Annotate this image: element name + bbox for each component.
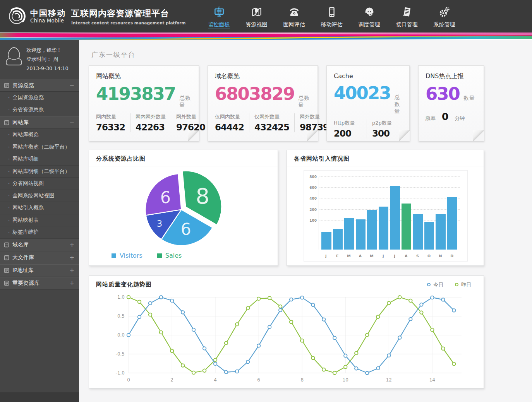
y-tick-label: 0.0 xyxy=(117,332,125,338)
legend-item-昨日[interactable]: 昨日 xyxy=(455,281,471,288)
data-point xyxy=(290,298,293,301)
x-tick-label: 2 xyxy=(170,377,173,383)
sidebar-item[interactable]: ·分省资源总览 xyxy=(0,104,79,116)
data-point xyxy=(376,315,379,318)
main-nav: 监控面板资源视图固网评估移动评估调度管理接口管理系统管理 xyxy=(200,4,463,29)
collapse-icon: − xyxy=(69,119,74,126)
legend-item-今日[interactable]: 今日 xyxy=(427,281,443,288)
stat-card-domain: 域名概览 6803829 总数量 仅网内数量 64442 仅网外数量 43242… xyxy=(208,65,318,141)
sidebar-item[interactable]: ·标签库维护 xyxy=(0,226,79,239)
data-point xyxy=(149,313,152,316)
sidebar-item-label: 网站库明细 xyxy=(12,156,39,163)
data-point xyxy=(138,315,141,318)
bullet: · xyxy=(8,217,10,223)
nav-item-system[interactable]: 系统管理 xyxy=(426,4,463,29)
data-point xyxy=(246,360,249,363)
nav-item-interface[interactable]: 接口管理 xyxy=(388,4,426,29)
nav-item-dashboard[interactable]: 监控面板 xyxy=(200,4,238,29)
sidebar-item-label: 网站库明细（二级平台） xyxy=(12,168,70,175)
dns-frequency-row: 频率 0 分钟 xyxy=(426,111,477,122)
pie-chart-panel: 分系统资源占比图 8636 VisitorsSales xyxy=(89,150,278,266)
sidebar-section-bigfile-library[interactable]: 大文件库+ xyxy=(0,251,79,264)
sidebar-section-ip-library[interactable]: IP地址库+ xyxy=(0,264,79,277)
sidebar: 欢迎您，魏华！ 登录时间： 周三 2013-9-30 14:10 资源总览−·全… xyxy=(0,40,79,402)
doc-icon xyxy=(4,242,9,248)
sidebar-section-domain-library[interactable]: 域名库+ xyxy=(0,239,79,251)
x-tick-label: 4 xyxy=(214,377,217,383)
legend-item-visitors[interactable]: Visitors xyxy=(112,252,142,259)
bar-F-1 xyxy=(333,229,343,250)
sidebar-item[interactable]: ·分省网站视图 xyxy=(0,178,79,190)
x-tick-label: J xyxy=(390,254,400,258)
folded-corner xyxy=(188,130,199,141)
app-header: 中国移动 China Mobile 互联网内容资源管理平台 Internet c… xyxy=(0,0,532,33)
stat-intranet: 网内数量 76332 xyxy=(96,113,130,132)
panel-title: 网站质量变化趋势图 xyxy=(96,281,152,288)
data-point xyxy=(376,367,379,370)
sidebar-item[interactable]: ·网站引入概览 xyxy=(0,202,79,214)
pie-slice-value: 6 xyxy=(160,188,170,207)
bar-J-5 xyxy=(379,207,389,250)
card-total-label: 总数量 xyxy=(179,95,192,109)
x-tick-label: 14 xyxy=(429,377,435,383)
collapse-icon: − xyxy=(69,82,74,89)
bullet: · xyxy=(8,156,10,162)
sidebar-item[interactable]: ·网站库概览（二级平台） xyxy=(0,141,79,154)
pie-chart: 8636 xyxy=(89,166,278,254)
nav-item-resource-view[interactable]: 资源视图 xyxy=(238,4,275,29)
sidebar-item[interactable]: ·全网系统网站视图 xyxy=(0,190,79,202)
x-tick-label: M xyxy=(344,254,354,258)
bar-chart-panel: 各省网站引入情况图 800600400200100JFMAMJJASOND xyxy=(287,150,484,266)
bar-plot: 800600400200100 xyxy=(319,177,460,250)
sidebar-item[interactable]: ·网站库明细（二级平台） xyxy=(0,166,79,178)
data-point xyxy=(181,364,184,367)
sidebar-item[interactable]: ·全国资源总览 xyxy=(0,92,79,104)
legend-item-sales[interactable]: Sales xyxy=(157,252,182,259)
data-point xyxy=(311,356,314,359)
data-point xyxy=(192,328,195,331)
nav-item-dispatch[interactable]: 调度管理 xyxy=(350,4,388,29)
x-tick-label: A xyxy=(401,254,411,258)
product-subtitle: Internet content resources management pl… xyxy=(71,21,185,25)
folded-corner xyxy=(307,130,318,141)
stat-extranet: 网外数量 97620 xyxy=(176,113,205,132)
y-tick-label: 400 xyxy=(306,197,317,200)
data-point xyxy=(344,365,347,368)
nav-item-mobile-eval[interactable]: 移动评估 xyxy=(313,4,350,29)
sidebar-item-label: 标签库维护 xyxy=(12,229,39,236)
brand-name-en: China Mobile xyxy=(30,18,66,24)
data-point xyxy=(420,303,423,306)
sidebar-item-label: 网站库概览 xyxy=(12,131,39,138)
data-point xyxy=(322,368,325,371)
avatar-icon xyxy=(5,46,23,66)
sidebar-item-label: 网站库概览（二级平台） xyxy=(12,144,70,151)
trend-chart-panel: 网站质量变化趋势图 今日昨日 024681012141.00.50.0-0.5-… xyxy=(89,275,484,388)
brand: 中国移动 China Mobile xyxy=(6,6,66,27)
card-total-value: 6803829 xyxy=(215,84,294,104)
data-point xyxy=(257,344,260,347)
sidebar-item[interactable]: ·网站映射表 xyxy=(0,214,79,227)
nav-label: 移动评估 xyxy=(321,21,343,28)
sidebar-item[interactable]: ·网站库概览 xyxy=(0,129,79,141)
bullet: · xyxy=(8,94,10,101)
charts-row: 分系统资源占比图 8636 VisitorsSales 各省网站引入情况图 80… xyxy=(89,150,484,266)
sidebar-footer xyxy=(0,392,79,402)
bullet: · xyxy=(8,229,10,235)
folded-corner xyxy=(473,130,484,141)
product-title: 互联网内容资源管理平台 xyxy=(71,8,185,19)
data-point xyxy=(409,299,412,302)
data-point xyxy=(257,297,260,300)
nav-item-fixed-eval[interactable]: 固网评估 xyxy=(275,4,313,29)
sidebar-section-key-resource[interactable]: 重要资源库+ xyxy=(0,277,79,290)
sidebar-section-label: 资源总览 xyxy=(12,82,34,89)
interface-icon xyxy=(388,6,426,19)
sidebar-item-label: 分省资源总览 xyxy=(12,106,44,113)
sidebar-section-resource-overview[interactable]: 资源总览− xyxy=(0,79,79,92)
user-welcome: 欢迎您，魏华！ xyxy=(26,46,69,55)
data-point xyxy=(366,333,369,336)
sidebar-section-label: IP地址库 xyxy=(12,267,34,274)
sidebar-item[interactable]: ·网站库明细 xyxy=(0,153,79,166)
sidebar-section-website-library[interactable]: 网站库− xyxy=(0,116,79,129)
card-title: DNS热点上报 xyxy=(426,72,477,80)
bullet: · xyxy=(8,168,10,174)
